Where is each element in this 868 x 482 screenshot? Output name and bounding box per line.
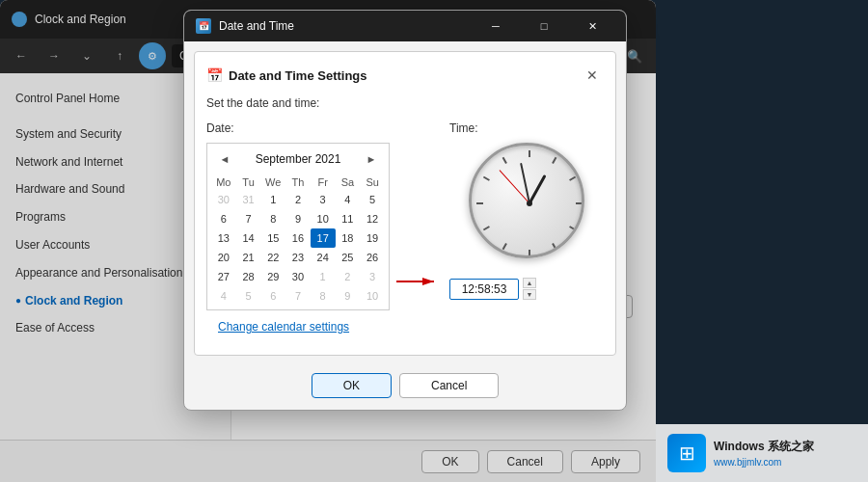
dt-outer-close-button[interactable]: ✕ <box>570 12 614 40</box>
cal-day[interactable]: 22 <box>260 248 285 267</box>
dt-inner-close-button[interactable]: ✕ <box>581 64 604 87</box>
cal-day[interactable]: 7 <box>236 209 261 228</box>
table-row: 13 14 15 16 17 18 19 <box>211 228 385 248</box>
svg-line-7 <box>503 244 507 250</box>
table-row: 27 28 29 30 1 2 3 <box>211 267 385 286</box>
cal-day[interactable]: 6 <box>211 209 236 228</box>
cal-day[interactable]: 2 <box>336 267 361 286</box>
cal-day-selected[interactable]: 17 <box>311 228 336 248</box>
clock-face <box>469 143 584 258</box>
cal-day[interactable]: 21 <box>236 248 261 267</box>
date-label: Date: <box>206 121 430 135</box>
cal-day[interactable]: 12 <box>360 209 385 228</box>
cal-day[interactable]: 31 <box>236 190 261 209</box>
calendar: ◄ September 2021 ► Mo Tu We Th Fr <box>206 143 390 310</box>
calendar-next-button[interactable]: ► <box>362 149 381 169</box>
clock-container <box>469 143 584 258</box>
cal-day[interactable]: 4 <box>211 286 236 306</box>
cal-day[interactable]: 28 <box>236 267 261 286</box>
dt-inner-dialog: 📅 Date and Time Settings ✕ Set the date … <box>194 51 616 356</box>
cal-day[interactable]: 27 <box>211 267 236 286</box>
cal-day[interactable]: 5 <box>360 190 385 209</box>
cal-day[interactable]: 26 <box>360 248 385 267</box>
cal-day[interactable]: 20 <box>211 248 236 267</box>
cal-day[interactable]: 19 <box>360 228 385 248</box>
svg-line-5 <box>553 244 556 250</box>
svg-line-13 <box>521 164 529 203</box>
cal-day[interactable]: 15 <box>260 228 285 248</box>
time-spinner: ▲ ▼ <box>523 278 536 300</box>
weekday-tu: Tu <box>236 174 261 190</box>
cal-day[interactable]: 11 <box>336 209 361 228</box>
cal-day[interactable]: 16 <box>285 228 311 248</box>
cal-day[interactable]: 3 <box>360 267 385 286</box>
dt-minimize-button[interactable]: ─ <box>474 12 518 40</box>
cal-day[interactable]: 1 <box>260 190 285 209</box>
calendar-month-year: September 2021 <box>256 152 341 166</box>
weekday-th: Th <box>285 174 311 190</box>
cal-day[interactable]: 9 <box>285 209 311 228</box>
weekday-su: Su <box>360 174 385 190</box>
watermark-text: Windows 系统之家 www.bjjmlv.com <box>714 438 814 469</box>
cal-day[interactable]: 30 <box>211 190 236 209</box>
cal-day[interactable]: 2 <box>285 190 311 209</box>
svg-line-8 <box>483 227 489 230</box>
table-row: 20 21 22 23 24 25 26 <box>211 248 385 267</box>
cal-day[interactable]: 10 <box>311 209 336 228</box>
watermark-line2: www.bjjmlv.com <box>714 455 814 469</box>
dt-content: Date: ◄ September 2021 ► Mo Tu We <box>206 121 604 310</box>
dt-cancel-button[interactable]: Cancel <box>399 373 499 398</box>
cal-day[interactable]: 8 <box>260 209 285 228</box>
cal-day[interactable]: 18 <box>336 228 361 248</box>
weekday-sa: Sa <box>336 174 361 190</box>
cal-day[interactable]: 3 <box>311 190 336 209</box>
svg-line-4 <box>570 227 576 230</box>
time-label: Time: <box>449 121 604 135</box>
calendar-prev-button[interactable]: ◄ <box>215 149 234 169</box>
cal-day[interactable]: 25 <box>336 248 361 267</box>
time-input-row: ▲ ▼ <box>449 278 536 300</box>
arrow-icon <box>392 270 440 293</box>
dt-inner-title: 📅 Date and Time Settings <box>206 67 367 83</box>
cal-day[interactable]: 13 <box>211 228 236 248</box>
svg-line-12 <box>529 176 545 203</box>
cal-day[interactable]: 6 <box>260 286 285 306</box>
weekday-fr: Fr <box>311 174 336 190</box>
cal-day[interactable]: 14 <box>236 228 261 248</box>
time-input-field[interactable] <box>449 279 519 300</box>
time-decrement-button[interactable]: ▼ <box>523 289 536 300</box>
dt-dialog-buttons: OK Cancel <box>184 365 626 410</box>
dt-maximize-button[interactable]: □ <box>522 12 566 40</box>
watermark-line1: Windows 系统之家 <box>714 438 814 455</box>
watermark-logo: ⊞ <box>667 434 706 472</box>
cal-day[interactable]: 24 <box>311 248 336 267</box>
calendar-weekdays-row: Mo Tu We Th Fr Sa Su <box>211 174 385 190</box>
cal-day[interactable]: 5 <box>236 286 261 306</box>
cal-day[interactable]: 10 <box>360 286 385 306</box>
table-row: 30 31 1 2 3 4 5 <box>211 190 385 209</box>
cal-day[interactable]: 7 <box>285 286 311 306</box>
dt-outer-titlebar: 📅 Date and Time ─ □ ✕ <box>184 11 626 41</box>
dt-outer-win-controls: ─ □ ✕ <box>474 12 614 40</box>
table-row: 6 7 8 9 10 11 12 <box>211 209 385 228</box>
set-datetime-label: Set the date and time: <box>206 96 604 110</box>
dt-inner-title-text: Date and Time Settings <box>229 68 367 83</box>
cal-day[interactable]: 8 <box>311 286 336 306</box>
dt-inner-titlebar: 📅 Date and Time Settings ✕ <box>206 64 604 87</box>
calendar-grid: Mo Tu We Th Fr Sa Su 30 <box>211 174 385 306</box>
time-increment-button[interactable]: ▲ <box>523 278 536 288</box>
svg-line-1 <box>553 157 556 163</box>
cal-day[interactable]: 30 <box>285 267 311 286</box>
dt-ok-button[interactable]: OK <box>312 373 392 398</box>
watermark: ⊞ Windows 系统之家 www.bjjmlv.com <box>656 424 868 482</box>
cal-day[interactable]: 1 <box>311 267 336 286</box>
dt-outer-icon: 📅 <box>196 18 211 34</box>
cal-day[interactable]: 23 <box>285 248 311 267</box>
cal-day[interactable]: 9 <box>336 286 361 306</box>
weekday-we: We <box>260 174 285 190</box>
dt-outer-title: Date and Time <box>219 19 466 33</box>
cal-day[interactable]: 4 <box>336 190 361 209</box>
time-input-container: ▲ ▼ <box>449 270 604 300</box>
change-calendar-link[interactable]: Change calendar settings <box>206 310 604 343</box>
cal-day[interactable]: 29 <box>260 267 285 286</box>
